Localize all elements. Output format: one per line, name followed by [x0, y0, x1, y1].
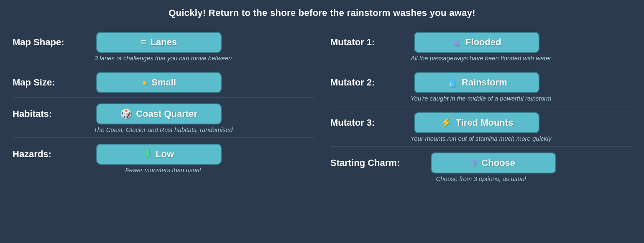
habitats-label: Habitats: [13, 109, 88, 119]
hazards-button[interactable]: ⬇ Low [96, 144, 222, 165]
mutator1-desc: All the passageways have been flooded wi… [330, 54, 631, 62]
mutator2-button[interactable]: 💧 Rainstorm [414, 72, 539, 93]
mutator3-row: Mutator 3: ⚡ Tired Mounts [330, 112, 631, 133]
mutator3-value: Tired Mounts [456, 117, 514, 128]
small-icon: ● [142, 77, 147, 88]
starting-charm-value: Choose [481, 158, 515, 168]
mutator2-label: Mutator 2: [330, 77, 406, 88]
map-shape-label: Map Shape: [13, 37, 88, 48]
hazards-desc: Fewer monsters than usual [13, 166, 314, 173]
lightning-icon: ⚡ [440, 117, 452, 128]
hazards-value: Low [156, 149, 174, 160]
hazards-label: Hazards: [13, 149, 88, 160]
mutator3-label: Mutator 3: [330, 117, 406, 128]
rain-icon: 💧 [446, 77, 457, 88]
mutator2-row: Mutator 2: 💧 Rainstorm [330, 72, 631, 93]
mutator2-desc: You're caught in the middle of a powerfu… [330, 95, 631, 102]
right-column: Mutator 1: ▲ Flooded All the passageways… [330, 28, 631, 185]
mutator1-label: Mutator 1: [330, 37, 406, 48]
question-mark-icon: ? [472, 158, 477, 168]
mutator2-value: Rainstorm [462, 77, 507, 88]
map-shape-value: Lanes [151, 37, 177, 48]
habitats-desc: The Coast, Glacier and Rust habitats, ra… [13, 126, 314, 133]
map-size-button[interactable]: ● Small [96, 72, 222, 93]
map-shape-desc: 3 lanes of challenges that you can move … [13, 54, 314, 62]
habitats-button[interactable]: 🎲 Coast Quarter [96, 103, 222, 124]
lanes-icon: ≡ [141, 37, 146, 48]
page-title: Quickly! Return to the shore before the … [169, 8, 475, 18]
hazards-block: Hazards: ⬇ Low Fewer monsters than usual [13, 140, 314, 176]
left-column: Map Shape: ≡ Lanes 3 lanes of challenges… [13, 28, 314, 185]
habitats-value: Coast Quarter [136, 109, 197, 119]
map-size-block: Map Size: ● Small [13, 68, 314, 96]
starting-charm-row: Starting Charm: ? Choose [330, 153, 631, 173]
map-shape-block: Map Shape: ≡ Lanes 3 lanes of challenges… [13, 28, 314, 64]
starting-charm-button[interactable]: ? Choose [431, 153, 556, 173]
dice-icon: 🎲 [120, 109, 132, 119]
habitats-block: Habitats: 🎲 Coast Quarter The Coast, Gla… [13, 99, 314, 136]
hazards-row: Hazards: ⬇ Low [13, 144, 314, 165]
starting-charm-desc: Choose from 3 options, as usual [330, 175, 631, 182]
starting-charm-block: Starting Charm: ? Choose Choose from 3 o… [330, 148, 631, 185]
mutator3-button[interactable]: ⚡ Tired Mounts [414, 112, 539, 133]
mountain-icon: ▲ [452, 37, 461, 48]
down-arrow-icon: ⬇ [144, 149, 151, 160]
map-shape-row: Map Shape: ≡ Lanes [13, 32, 314, 53]
map-size-row: Map Size: ● Small [13, 72, 314, 93]
mutator1-row: Mutator 1: ▲ Flooded [330, 32, 631, 53]
mutator1-value: Flooded [465, 37, 501, 48]
mutator2-block: Mutator 2: 💧 Rainstorm You're caught in … [330, 68, 631, 104]
mutator1-button[interactable]: ▲ Flooded [414, 32, 539, 53]
mutator3-block: Mutator 3: ⚡ Tired Mounts Your mounts ru… [330, 108, 631, 145]
habitats-row: Habitats: 🎲 Coast Quarter [13, 103, 314, 124]
map-size-value: Small [151, 77, 176, 88]
mutator1-block: Mutator 1: ▲ Flooded All the passageways… [330, 28, 631, 64]
starting-charm-label: Starting Charm: [330, 158, 422, 168]
map-size-label: Map Size: [13, 77, 88, 88]
map-shape-button[interactable]: ≡ Lanes [96, 32, 222, 53]
main-grid: Map Shape: ≡ Lanes 3 lanes of challenges… [13, 28, 631, 185]
mutator3-desc: Your mounts run out of stamina much more… [330, 135, 631, 142]
